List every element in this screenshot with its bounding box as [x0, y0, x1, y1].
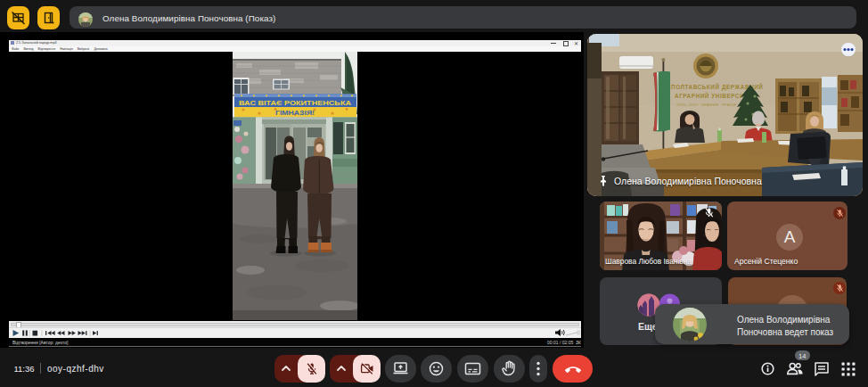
svg-text:ГІМНАЗІЯ!: ГІМНАЗІЯ!	[275, 109, 315, 117]
svg-text:1920–2020 ЗНАННЯ ПРАЦЯ: 1920–2020 ЗНАННЯ ПРАЦЯ	[676, 103, 736, 107]
svg-text:ВАС ВІТАЄ РОКИТНЕНСЬКА: ВАС ВІТАЄ РОКИТНЕНСЬКА	[239, 98, 351, 106]
